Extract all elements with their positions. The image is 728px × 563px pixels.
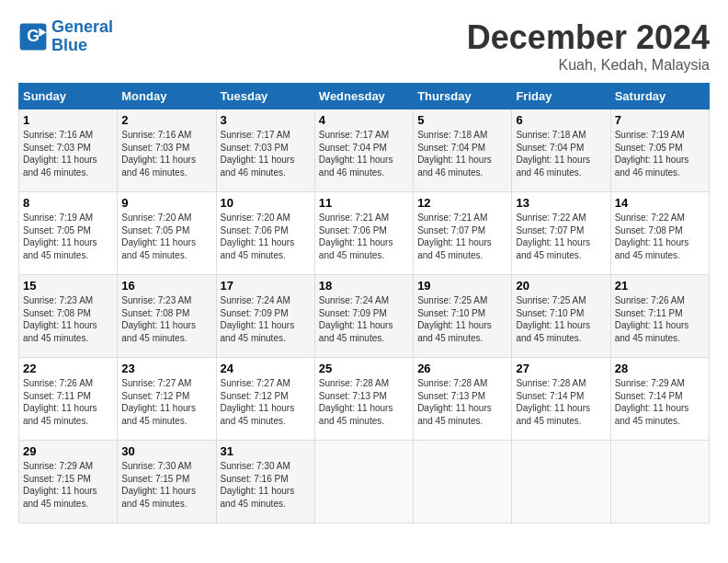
- calendar-table: Sunday Monday Tuesday Wednesday Thursday…: [18, 83, 710, 523]
- header-saturday: Saturday: [610, 84, 709, 109]
- logo-line2: Blue: [51, 36, 87, 54]
- day-number: 14: [615, 196, 705, 210]
- calendar-cell: 18 Sunrise: 7:24 AM Sunset: 7:09 PM Dayl…: [314, 275, 413, 358]
- calendar-cell: 31 Sunrise: 7:30 AM Sunset: 7:16 PM Dayl…: [216, 441, 314, 523]
- day-number: 22: [23, 362, 113, 375]
- day-info: Sunrise: 7:28 AM Sunset: 7:14 PM Dayligh…: [516, 377, 606, 427]
- day-info: Sunrise: 7:22 AM Sunset: 7:08 PM Dayligh…: [615, 212, 705, 261]
- day-number: 19: [417, 279, 507, 293]
- day-info: Sunrise: 7:30 AM Sunset: 7:16 PM Dayligh…: [221, 460, 311, 510]
- day-number: 7: [615, 113, 705, 127]
- calendar-cell: 21 Sunrise: 7:26 AM Sunset: 7:11 PM Dayl…: [610, 275, 709, 358]
- calendar-cell: 29 Sunrise: 7:29 AM Sunset: 7:15 PM Dayl…: [19, 441, 118, 523]
- day-number: 27: [516, 362, 606, 375]
- calendar-cell: 26 Sunrise: 7:28 AM Sunset: 7:13 PM Dayl…: [414, 358, 512, 441]
- day-number: 6: [516, 113, 606, 127]
- day-info: Sunrise: 7:28 AM Sunset: 7:13 PM Dayligh…: [417, 377, 507, 427]
- day-info: Sunrise: 7:23 AM Sunset: 7:08 PM Dayligh…: [121, 294, 211, 344]
- day-info: Sunrise: 7:21 AM Sunset: 7:07 PM Dayligh…: [417, 212, 507, 261]
- calendar-cell: 10 Sunrise: 7:20 AM Sunset: 7:06 PM Dayl…: [216, 192, 314, 275]
- calendar-cell: 2 Sunrise: 7:16 AM Sunset: 7:03 PM Dayli…: [118, 109, 216, 192]
- day-number: 8: [23, 196, 113, 210]
- svg-text:G: G: [27, 27, 40, 45]
- header-sunday: Sunday: [19, 84, 118, 109]
- calendar-cell: [314, 441, 413, 523]
- calendar-cell: 7 Sunrise: 7:19 AM Sunset: 7:05 PM Dayli…: [610, 109, 709, 192]
- day-info: Sunrise: 7:26 AM Sunset: 7:11 PM Dayligh…: [23, 377, 113, 427]
- header-tuesday: Tuesday: [216, 84, 314, 109]
- logo-text: General Blue: [51, 18, 113, 55]
- logo-line1: General: [51, 17, 113, 36]
- day-number: 20: [516, 279, 606, 293]
- day-number: 12: [417, 196, 507, 210]
- day-info: Sunrise: 7:28 AM Sunset: 7:13 PM Dayligh…: [319, 377, 409, 427]
- day-number: 5: [417, 113, 507, 127]
- header-wednesday: Wednesday: [314, 84, 413, 109]
- day-number: 18: [319, 279, 409, 293]
- day-number: 30: [121, 444, 211, 458]
- day-info: Sunrise: 7:19 AM Sunset: 7:05 PM Dayligh…: [23, 212, 113, 261]
- day-number: 3: [221, 113, 311, 127]
- day-info: Sunrise: 7:16 AM Sunset: 7:03 PM Dayligh…: [23, 129, 113, 178]
- day-number: 28: [615, 362, 705, 375]
- day-info: Sunrise: 7:18 AM Sunset: 7:04 PM Dayligh…: [417, 129, 507, 178]
- day-number: 24: [221, 362, 311, 375]
- day-info: Sunrise: 7:29 AM Sunset: 7:15 PM Dayligh…: [23, 460, 113, 510]
- logo-icon: G: [18, 22, 48, 52]
- day-number: 21: [615, 279, 705, 293]
- calendar-cell: [610, 441, 709, 523]
- day-number: 4: [319, 113, 409, 127]
- month-year-title: December 2024: [467, 18, 710, 57]
- location-subtitle: Kuah, Kedah, Malaysia: [467, 57, 710, 74]
- calendar-cell: 9 Sunrise: 7:20 AM Sunset: 7:05 PM Dayli…: [118, 192, 216, 275]
- day-info: Sunrise: 7:24 AM Sunset: 7:09 PM Dayligh…: [319, 294, 409, 344]
- day-info: Sunrise: 7:17 AM Sunset: 7:04 PM Dayligh…: [319, 129, 409, 178]
- calendar-cell: 3 Sunrise: 7:17 AM Sunset: 7:03 PM Dayli…: [216, 109, 314, 192]
- calendar-cell: 15 Sunrise: 7:23 AM Sunset: 7:08 PM Dayl…: [19, 275, 118, 358]
- calendar-cell: 6 Sunrise: 7:18 AM Sunset: 7:04 PM Dayli…: [512, 109, 610, 192]
- day-info: Sunrise: 7:20 AM Sunset: 7:06 PM Dayligh…: [221, 212, 311, 261]
- calendar-cell: 4 Sunrise: 7:17 AM Sunset: 7:04 PM Dayli…: [314, 109, 413, 192]
- day-number: 10: [221, 196, 311, 210]
- calendar-cell: 23 Sunrise: 7:27 AM Sunset: 7:12 PM Dayl…: [118, 358, 216, 441]
- calendar-cell: 13 Sunrise: 7:22 AM Sunset: 7:07 PM Dayl…: [512, 192, 610, 275]
- day-number: 26: [417, 362, 507, 375]
- day-number: 11: [319, 196, 409, 210]
- calendar-cell: 19 Sunrise: 7:25 AM Sunset: 7:10 PM Dayl…: [414, 275, 512, 358]
- day-number: 17: [221, 279, 311, 293]
- calendar-cell: 20 Sunrise: 7:25 AM Sunset: 7:10 PM Dayl…: [512, 275, 610, 358]
- calendar-cell: 16 Sunrise: 7:23 AM Sunset: 7:08 PM Dayl…: [118, 275, 216, 358]
- calendar-cell: [414, 441, 512, 523]
- day-number: 29: [23, 444, 113, 458]
- header-friday: Friday: [512, 84, 610, 109]
- calendar-cell: 22 Sunrise: 7:26 AM Sunset: 7:11 PM Dayl…: [19, 358, 118, 441]
- day-info: Sunrise: 7:22 AM Sunset: 7:07 PM Dayligh…: [516, 212, 606, 261]
- calendar-cell: 14 Sunrise: 7:22 AM Sunset: 7:08 PM Dayl…: [610, 192, 709, 275]
- day-number: 25: [319, 362, 409, 375]
- calendar-cell: 17 Sunrise: 7:24 AM Sunset: 7:09 PM Dayl…: [216, 275, 314, 358]
- calendar-week-row: 29 Sunrise: 7:29 AM Sunset: 7:15 PM Dayl…: [19, 441, 710, 523]
- day-number: 23: [121, 362, 211, 375]
- day-info: Sunrise: 7:21 AM Sunset: 7:06 PM Dayligh…: [319, 212, 409, 261]
- calendar-cell: 1 Sunrise: 7:16 AM Sunset: 7:03 PM Dayli…: [19, 109, 118, 192]
- calendar-week-row: 1 Sunrise: 7:16 AM Sunset: 7:03 PM Dayli…: [19, 109, 710, 192]
- calendar-cell: 5 Sunrise: 7:18 AM Sunset: 7:04 PM Dayli…: [414, 109, 512, 192]
- calendar-cell: 11 Sunrise: 7:21 AM Sunset: 7:06 PM Dayl…: [314, 192, 413, 275]
- day-info: Sunrise: 7:26 AM Sunset: 7:11 PM Dayligh…: [615, 294, 705, 344]
- header-monday: Monday: [118, 84, 216, 109]
- day-info: Sunrise: 7:29 AM Sunset: 7:14 PM Dayligh…: [615, 377, 705, 427]
- title-block: December 2024 Kuah, Kedah, Malaysia: [467, 18, 710, 74]
- day-info: Sunrise: 7:20 AM Sunset: 7:05 PM Dayligh…: [121, 212, 211, 261]
- day-info: Sunrise: 7:27 AM Sunset: 7:12 PM Dayligh…: [221, 377, 311, 427]
- calendar-week-row: 15 Sunrise: 7:23 AM Sunset: 7:08 PM Dayl…: [19, 275, 710, 358]
- day-number: 1: [23, 113, 113, 127]
- calendar-cell: 28 Sunrise: 7:29 AM Sunset: 7:14 PM Dayl…: [610, 358, 709, 441]
- day-number: 31: [221, 444, 311, 458]
- weekday-header-row: Sunday Monday Tuesday Wednesday Thursday…: [19, 84, 710, 109]
- day-number: 9: [121, 196, 211, 210]
- day-info: Sunrise: 7:23 AM Sunset: 7:08 PM Dayligh…: [23, 294, 113, 344]
- day-info: Sunrise: 7:30 AM Sunset: 7:15 PM Dayligh…: [121, 460, 211, 510]
- day-number: 15: [23, 279, 113, 293]
- day-info: Sunrise: 7:24 AM Sunset: 7:09 PM Dayligh…: [221, 294, 311, 344]
- calendar-cell: [512, 441, 610, 523]
